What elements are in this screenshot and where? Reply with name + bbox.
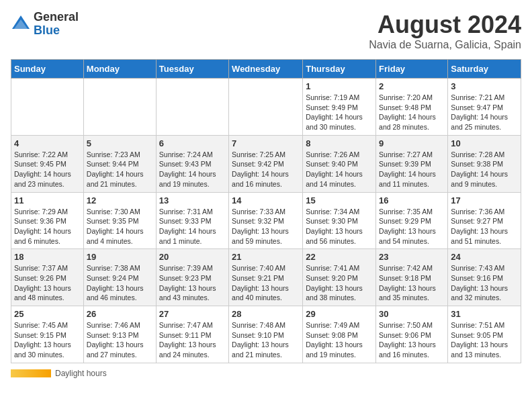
day-info: Sunrise: 7:36 AM Sunset: 9:27 PM Dayligh… — [451, 207, 518, 246]
day-number: 26 — [87, 309, 153, 319]
calendar-cell: 6Sunrise: 7:24 AM Sunset: 9:43 PM Daylig… — [156, 135, 228, 192]
calendar-cell: 9Sunrise: 7:27 AM Sunset: 9:39 PM Daylig… — [376, 135, 448, 192]
day-number: 18 — [14, 252, 81, 262]
day-info: Sunrise: 7:48 AM Sunset: 9:10 PM Dayligh… — [232, 320, 300, 360]
calendar-cell: 1Sunrise: 7:19 AM Sunset: 9:49 PM Daylig… — [303, 79, 376, 136]
day-number: 31 — [451, 309, 518, 319]
calendar-cell: 10Sunrise: 7:28 AM Sunset: 9:38 PM Dayli… — [448, 135, 521, 192]
day-number: 12 — [87, 195, 153, 205]
daylight-bar — [11, 369, 51, 377]
day-info: Sunrise: 7:24 AM Sunset: 9:43 PM Dayligh… — [159, 150, 226, 189]
day-number: 16 — [379, 195, 445, 205]
day-info: Sunrise: 7:35 AM Sunset: 9:29 PM Dayligh… — [379, 207, 445, 246]
calendar-cell: 12Sunrise: 7:30 AM Sunset: 9:35 PM Dayli… — [83, 192, 156, 249]
day-number: 5 — [87, 138, 153, 148]
day-info: Sunrise: 7:34 AM Sunset: 9:30 PM Dayligh… — [306, 207, 373, 246]
calendar-cell: 28Sunrise: 7:48 AM Sunset: 9:10 PM Dayli… — [229, 306, 303, 363]
calendar-day-header: Tuesday — [156, 60, 228, 79]
day-info: Sunrise: 7:42 AM Sunset: 9:18 PM Dayligh… — [379, 263, 445, 303]
day-number: 17 — [451, 195, 518, 205]
day-info: Sunrise: 7:27 AM Sunset: 9:39 PM Dayligh… — [379, 150, 445, 189]
day-number: 25 — [14, 309, 81, 319]
calendar-day-header: Saturday — [448, 60, 521, 79]
calendar-cell: 25Sunrise: 7:45 AM Sunset: 9:15 PM Dayli… — [11, 306, 84, 363]
day-info: Sunrise: 7:28 AM Sunset: 9:38 PM Dayligh… — [451, 150, 518, 189]
calendar-cell: 17Sunrise: 7:36 AM Sunset: 9:27 PM Dayli… — [448, 192, 521, 249]
calendar-cell: 8Sunrise: 7:26 AM Sunset: 9:40 PM Daylig… — [303, 135, 376, 192]
day-info: Sunrise: 7:21 AM Sunset: 9:47 PM Dayligh… — [451, 93, 518, 132]
day-number: 14 — [232, 195, 300, 205]
day-number: 29 — [306, 309, 373, 319]
page-header: General Blue August 2024 Navia de Suarna… — [11, 11, 521, 51]
calendar-cell — [229, 79, 303, 136]
calendar-cell — [83, 79, 156, 136]
day-info: Sunrise: 7:20 AM Sunset: 9:48 PM Dayligh… — [379, 93, 445, 132]
calendar-cell: 26Sunrise: 7:46 AM Sunset: 9:13 PM Dayli… — [83, 306, 156, 363]
day-number: 2 — [379, 81, 445, 91]
day-number: 21 — [232, 252, 300, 262]
calendar-cell: 21Sunrise: 7:40 AM Sunset: 9:21 PM Dayli… — [229, 249, 303, 306]
day-info: Sunrise: 7:19 AM Sunset: 9:49 PM Dayligh… — [306, 93, 373, 132]
day-info: Sunrise: 7:39 AM Sunset: 9:23 PM Dayligh… — [159, 263, 226, 303]
day-number: 30 — [379, 309, 445, 319]
calendar-cell: 23Sunrise: 7:42 AM Sunset: 9:18 PM Dayli… — [376, 249, 448, 306]
day-info: Sunrise: 7:47 AM Sunset: 9:11 PM Dayligh… — [159, 320, 226, 360]
day-info: Sunrise: 7:41 AM Sunset: 9:20 PM Dayligh… — [306, 263, 373, 303]
calendar-cell — [156, 79, 228, 136]
calendar-cell: 15Sunrise: 7:34 AM Sunset: 9:30 PM Dayli… — [303, 192, 376, 249]
day-info: Sunrise: 7:30 AM Sunset: 9:35 PM Dayligh… — [87, 207, 153, 246]
calendar-week-row: 4Sunrise: 7:22 AM Sunset: 9:45 PM Daylig… — [11, 135, 521, 192]
calendar-cell: 18Sunrise: 7:37 AM Sunset: 9:26 PM Dayli… — [11, 249, 84, 306]
day-info: Sunrise: 7:33 AM Sunset: 9:32 PM Dayligh… — [232, 207, 300, 246]
day-number: 8 — [306, 138, 373, 148]
logo-icon — [11, 14, 31, 34]
footer-note: Daylight hours — [11, 369, 521, 378]
calendar-cell — [11, 79, 84, 136]
calendar-cell: 19Sunrise: 7:38 AM Sunset: 9:24 PM Dayli… — [83, 249, 156, 306]
calendar-week-row: 18Sunrise: 7:37 AM Sunset: 9:26 PM Dayli… — [11, 249, 521, 306]
calendar-table: SundayMondayTuesdayWednesdayThursdayFrid… — [11, 59, 521, 363]
day-number: 24 — [451, 252, 518, 262]
day-number: 7 — [232, 138, 300, 148]
calendar-day-header: Sunday — [11, 60, 84, 79]
day-info: Sunrise: 7:51 AM Sunset: 9:05 PM Dayligh… — [451, 320, 518, 360]
calendar-week-row: 11Sunrise: 7:29 AM Sunset: 9:36 PM Dayli… — [11, 192, 521, 249]
day-number: 11 — [14, 195, 81, 205]
day-number: 13 — [159, 195, 226, 205]
logo-text: General Blue — [34, 11, 79, 38]
calendar-cell: 31Sunrise: 7:51 AM Sunset: 9:05 PM Dayli… — [448, 306, 521, 363]
calendar-cell: 30Sunrise: 7:50 AM Sunset: 9:06 PM Dayli… — [376, 306, 448, 363]
calendar-cell: 24Sunrise: 7:43 AM Sunset: 9:16 PM Dayli… — [448, 249, 521, 306]
day-info: Sunrise: 7:23 AM Sunset: 9:44 PM Dayligh… — [87, 150, 153, 189]
day-number: 23 — [379, 252, 445, 262]
calendar-week-row: 1Sunrise: 7:19 AM Sunset: 9:49 PM Daylig… — [11, 79, 521, 136]
day-number: 4 — [14, 138, 81, 148]
calendar-day-header: Friday — [376, 60, 448, 79]
day-number: 15 — [306, 195, 373, 205]
logo-general: General — [34, 11, 79, 24]
day-number: 27 — [159, 309, 226, 319]
day-info: Sunrise: 7:46 AM Sunset: 9:13 PM Dayligh… — [87, 320, 153, 360]
day-number: 3 — [451, 81, 518, 91]
calendar-day-header: Wednesday — [229, 60, 303, 79]
calendar-cell: 7Sunrise: 7:25 AM Sunset: 9:42 PM Daylig… — [229, 135, 303, 192]
day-number: 20 — [159, 252, 226, 262]
calendar-cell: 27Sunrise: 7:47 AM Sunset: 9:11 PM Dayli… — [156, 306, 228, 363]
day-info: Sunrise: 7:25 AM Sunset: 9:42 PM Dayligh… — [232, 150, 300, 189]
daylight-label: Daylight hours — [55, 369, 107, 378]
day-info: Sunrise: 7:40 AM Sunset: 9:21 PM Dayligh… — [232, 263, 300, 303]
day-number: 6 — [159, 138, 226, 148]
day-number: 28 — [232, 309, 300, 319]
calendar-cell: 3Sunrise: 7:21 AM Sunset: 9:47 PM Daylig… — [448, 79, 521, 136]
calendar-cell: 5Sunrise: 7:23 AM Sunset: 9:44 PM Daylig… — [83, 135, 156, 192]
calendar-cell: 20Sunrise: 7:39 AM Sunset: 9:23 PM Dayli… — [156, 249, 228, 306]
day-info: Sunrise: 7:22 AM Sunset: 9:45 PM Dayligh… — [14, 150, 81, 189]
calendar-cell: 13Sunrise: 7:31 AM Sunset: 9:33 PM Dayli… — [156, 192, 228, 249]
calendar-cell: 2Sunrise: 7:20 AM Sunset: 9:48 PM Daylig… — [376, 79, 448, 136]
calendar-cell: 11Sunrise: 7:29 AM Sunset: 9:36 PM Dayli… — [11, 192, 84, 249]
calendar-cell: 22Sunrise: 7:41 AM Sunset: 9:20 PM Dayli… — [303, 249, 376, 306]
location-title: Navia de Suarna, Galicia, Spain — [369, 39, 521, 51]
day-number: 19 — [87, 252, 153, 262]
title-block: August 2024 Navia de Suarna, Galicia, Sp… — [369, 11, 521, 51]
day-number: 1 — [306, 81, 373, 91]
